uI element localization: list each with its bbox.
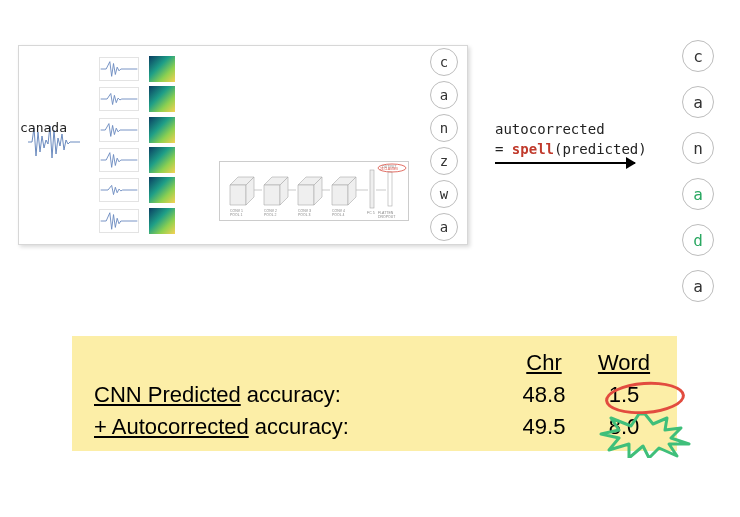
col-word: Word [593,350,655,376]
spectrogram-icon [149,177,175,203]
corrected-letter-column: c a n a d a [682,40,714,302]
segment-waveform-icon [99,178,139,202]
svg-marker-1 [230,185,246,205]
pipeline-row [99,84,457,114]
pipeline-panel: CONV 1 POOL 1 CONV 2 POOL 2 CONV 3 POOL … [18,45,468,245]
row-label-rest: accuracy: [241,382,341,407]
predicted-letter: c [430,48,458,76]
corrected-letter: n [682,132,714,164]
autocorrect-expression: autocorrected = spell(predicted) [495,120,647,159]
highlight-starburst-icon [599,414,691,458]
svg-marker-4 [264,185,280,205]
corrected-letter: a [682,86,714,118]
spectrogram-icon [149,117,175,143]
corrected-letter: a [682,270,714,302]
predicted-letter: w [430,180,458,208]
autocorrect-eq: = [495,141,512,157]
spell-fn: spell [512,141,554,157]
spectrogram-icon [149,208,175,234]
corrected-letter-changed: d [682,224,714,256]
predicted-letter: a [430,81,458,109]
col-chr: Chr [513,350,575,376]
svg-marker-32 [601,414,689,458]
spectrogram-icon [149,147,175,173]
pipeline-row [99,54,457,84]
segment-waveform-icon [99,209,139,233]
row-label-underlined: CNN Predicted [94,382,241,407]
row-label-rest: accuracy: [249,414,349,439]
results-header: Chr Word [94,350,655,376]
autocorrect-lhs: autocorrected [495,121,605,137]
svg-rect-13 [388,172,392,206]
cnn-architecture-icon: CONV 1 POOL 1 CONV 2 POOL 2 CONV 3 POOL … [219,161,409,221]
results-table: Chr Word CNN Predicted accuracy: 48.8 1.… [72,336,677,451]
row-label-underlined: + Autocorrected [94,414,249,439]
predicted-letter: n [430,114,458,142]
spectrogram-icon [149,56,175,82]
arrow-icon [495,162,635,164]
chr-value: 49.5 [513,414,575,440]
corrected-letter-changed: a [682,178,714,210]
predicted-letter-column: c a n z w a [430,48,458,241]
corrected-letter: c [682,40,714,72]
chr-value: 48.8 [513,382,575,408]
segment-waveform-icon [99,118,139,142]
svg-text:26 CLASSES: 26 CLASSES [380,167,398,171]
spectrogram-icon [149,86,175,112]
svg-marker-7 [298,185,314,205]
svg-text:POOL 3: POOL 3 [298,213,311,217]
svg-text:POOL 2: POOL 2 [264,213,277,217]
predicted-letter: a [430,213,458,241]
predicted-letter: z [430,147,458,175]
input-word-label: canada [20,120,67,135]
svg-text:DROPOUT: DROPOUT [378,215,396,219]
svg-text:POOL 1: POOL 1 [230,213,243,217]
svg-text:FC 5: FC 5 [367,211,375,215]
pipeline-row [99,115,457,145]
svg-marker-10 [332,185,348,205]
results-row-autocorrect: + Autocorrected accuracy: 49.5 8.0 [94,414,655,440]
results-row-cnn: CNN Predicted accuracy: 48.8 1.5 [94,382,655,408]
svg-text:POOL 4: POOL 4 [332,213,345,217]
segment-waveform-icon [99,87,139,111]
svg-rect-12 [370,170,374,208]
segment-waveform-icon [99,148,139,172]
segment-waveform-icon [99,57,139,81]
autocorrect-args: (predicted) [554,141,647,157]
